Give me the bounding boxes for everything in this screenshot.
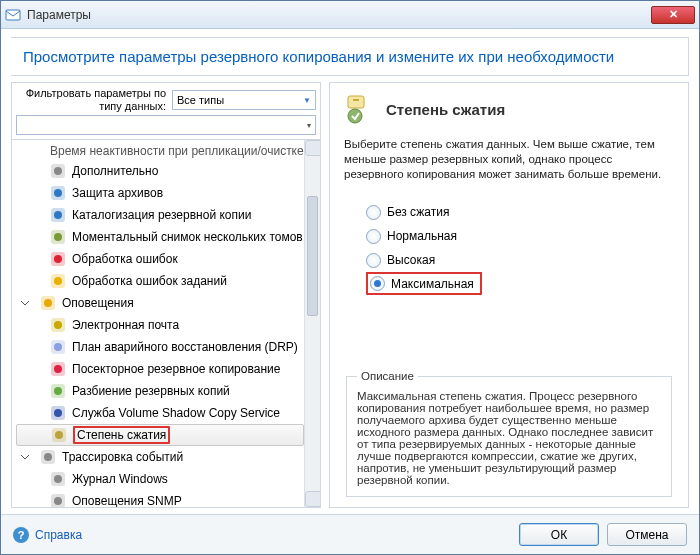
tree-item[interactable]: Каталогизация резервной копии bbox=[16, 204, 304, 226]
scroll-down-button[interactable]: ▾ bbox=[305, 491, 320, 507]
section-description: Выберите степень сжатия данных. Чем выше… bbox=[344, 137, 674, 182]
compress-icon bbox=[51, 427, 67, 443]
description-box: Описание Максимальная степень сжатия. Пр… bbox=[346, 370, 672, 497]
tree-item-label: Посекторное резервное копирование bbox=[72, 362, 280, 376]
svg-point-16 bbox=[54, 321, 62, 329]
settings-window: Параметры ✕ Просмотрите параметры резерв… bbox=[0, 0, 700, 555]
mail-icon bbox=[50, 317, 66, 333]
chevron-down-icon: ▼ bbox=[303, 96, 311, 105]
tree-item-label: Электронная почта bbox=[72, 318, 179, 332]
tree-item-label: Защита архивов bbox=[72, 186, 163, 200]
tree-expander-icon[interactable] bbox=[20, 452, 30, 462]
tree-item-label: Оповещения bbox=[62, 296, 134, 310]
radio-label: Нормальная bbox=[387, 229, 457, 243]
winlog-icon bbox=[50, 471, 66, 487]
section-header: Степень сжатия bbox=[344, 93, 674, 125]
gear-icon bbox=[50, 163, 66, 179]
section-title: Степень сжатия bbox=[386, 101, 505, 118]
radio-icon bbox=[366, 253, 381, 268]
radio-label: Без сжатия bbox=[387, 205, 449, 219]
trace-icon bbox=[40, 449, 56, 465]
instruction-banner: Просмотрите параметры резервного копиров… bbox=[11, 37, 689, 76]
svg-rect-36 bbox=[353, 99, 359, 101]
tree-item[interactable]: Обработка ошибок заданий bbox=[16, 270, 304, 292]
tree-container: Время неактивности при репликации/очистк… bbox=[12, 139, 320, 507]
vertical-scrollbar[interactable]: ▴ ▾ bbox=[304, 140, 320, 507]
tree-item[interactable]: Служба Volume Shadow Copy Service bbox=[16, 402, 304, 424]
app-icon bbox=[5, 7, 21, 23]
type-select-value: Все типы bbox=[177, 94, 224, 106]
scroll-up-button[interactable]: ▴ bbox=[305, 140, 320, 156]
search-input[interactable]: ▾ bbox=[16, 115, 316, 135]
svg-point-30 bbox=[54, 475, 62, 483]
tree-item-label: Оповещения SNMP bbox=[72, 494, 182, 507]
description-legend: Описание bbox=[357, 370, 418, 382]
tree-item[interactable]: Разбиение резервных копий bbox=[16, 380, 304, 402]
sector-icon bbox=[50, 361, 66, 377]
tree-item[interactable]: Моментальный снимок нескольких томов bbox=[16, 226, 304, 248]
svg-point-12 bbox=[54, 277, 62, 285]
ok-button[interactable]: ОК bbox=[519, 523, 599, 546]
error-icon bbox=[50, 251, 66, 267]
right-panel: Степень сжатия Выберите степень сжатия д… bbox=[329, 82, 689, 508]
error-job-icon bbox=[50, 273, 66, 289]
help-link[interactable]: ? Справка bbox=[13, 527, 82, 543]
tree-item-label: Степень сжатия bbox=[73, 426, 170, 444]
compression-icon bbox=[344, 93, 376, 125]
search-row: ▾ bbox=[12, 115, 320, 139]
tree-item-label: Дополнительно bbox=[72, 164, 158, 178]
svg-point-6 bbox=[54, 211, 62, 219]
snapshot-icon bbox=[50, 229, 66, 245]
compression-radio-group: Без сжатия Нормальная Высокая Максимальн… bbox=[344, 200, 674, 295]
tree-item[interactable]: Трассировка событий bbox=[16, 446, 304, 468]
scroll-thumb[interactable] bbox=[307, 196, 318, 316]
svg-point-28 bbox=[44, 453, 52, 461]
svg-point-22 bbox=[54, 387, 62, 395]
drp-icon bbox=[50, 339, 66, 355]
svg-point-2 bbox=[54, 167, 62, 175]
svg-point-20 bbox=[54, 365, 62, 373]
footer: ? Справка ОК Отмена bbox=[1, 514, 699, 554]
radio-icon bbox=[366, 229, 381, 244]
tree-item[interactable]: Степень сжатия bbox=[16, 424, 304, 446]
cancel-button[interactable]: Отмена bbox=[607, 523, 687, 546]
tree-item[interactable]: План аварийного восстановления (DRP) bbox=[16, 336, 304, 358]
snmp-icon bbox=[50, 493, 66, 507]
tree-item[interactable]: Защита архивов bbox=[16, 182, 304, 204]
svg-point-10 bbox=[54, 255, 62, 263]
radio-icon bbox=[370, 276, 385, 291]
tree-item[interactable]: Электронная почта bbox=[16, 314, 304, 336]
tree-item[interactable]: Дополнительно bbox=[16, 160, 304, 182]
help-label: Справка bbox=[35, 528, 82, 542]
close-button[interactable]: ✕ bbox=[651, 6, 695, 24]
tree-item[interactable]: Обработка ошибок bbox=[16, 248, 304, 270]
tree-item-label: Моментальный снимок нескольких томов bbox=[72, 230, 303, 244]
vss-icon bbox=[50, 405, 66, 421]
tree-item-label: План аварийного восстановления (DRP) bbox=[72, 340, 298, 354]
tree-item-label: Обработка ошибок заданий bbox=[72, 274, 227, 288]
compression-option[interactable]: Высокая bbox=[366, 248, 674, 272]
tree-expander-icon[interactable] bbox=[20, 298, 30, 308]
radio-icon bbox=[366, 205, 381, 220]
tree-item-label: Обработка ошибок bbox=[72, 252, 178, 266]
tree-item[interactable]: Посекторное резервное копирование bbox=[16, 358, 304, 380]
compression-option[interactable]: Без сжатия bbox=[366, 200, 674, 224]
settings-tree[interactable]: Время неактивности при репликации/очистк… bbox=[12, 140, 304, 507]
tree-item[interactable]: Оповещения SNMP bbox=[16, 490, 304, 507]
svg-point-26 bbox=[55, 431, 63, 439]
tree-item[interactable]: Журнал Windows bbox=[16, 468, 304, 490]
scroll-track[interactable] bbox=[305, 156, 320, 491]
tree-item[interactable]: Оповещения bbox=[16, 292, 304, 314]
svg-point-4 bbox=[54, 189, 62, 197]
left-panel: Фильтровать параметры по типу данных: Вс… bbox=[11, 82, 321, 508]
main-area: Фильтровать параметры по типу данных: Вс… bbox=[1, 82, 699, 514]
tree-item-truncated[interactable]: Время неактивности при репликации/очистк… bbox=[16, 142, 304, 160]
titlebar: Параметры ✕ bbox=[1, 1, 699, 29]
svg-point-32 bbox=[54, 497, 62, 505]
chevron-down-icon: ▾ bbox=[307, 121, 311, 130]
type-select[interactable]: Все типы ▼ bbox=[172, 90, 316, 110]
compression-option[interactable]: Максимальная bbox=[366, 272, 482, 295]
tree-item-label: Каталогизация резервной копии bbox=[72, 208, 251, 222]
compression-option[interactable]: Нормальная bbox=[366, 224, 674, 248]
help-icon: ? bbox=[13, 527, 29, 543]
